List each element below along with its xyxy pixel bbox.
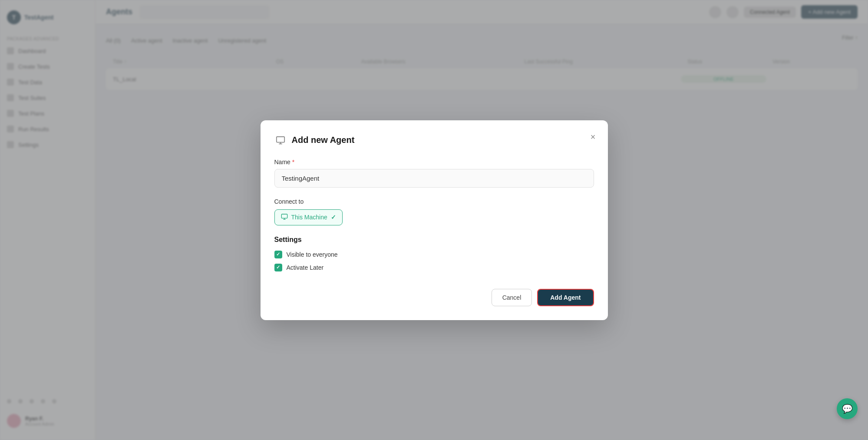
connect-check-icon: ✓ bbox=[331, 214, 336, 221]
monitor-icon bbox=[281, 213, 288, 222]
chat-widget[interactable]: 💬 bbox=[837, 398, 858, 419]
modal-title: Add new Agent bbox=[292, 135, 355, 145]
svg-rect-0 bbox=[276, 136, 284, 142]
settings-section: Settings ✓ Visible to everyone ✓ Activat… bbox=[274, 236, 594, 271]
name-label: Name * bbox=[274, 159, 594, 165]
visible-everyone-row: ✓ Visible to everyone bbox=[274, 251, 594, 258]
svg-rect-3 bbox=[281, 214, 287, 218]
connect-this-machine-option[interactable]: This Machine ✓ bbox=[274, 209, 343, 225]
modal-overlay: Add new Agent × Name * Connect to bbox=[0, 0, 868, 440]
settings-title: Settings bbox=[274, 236, 594, 244]
name-field: Name * bbox=[274, 159, 594, 188]
modal-header: Add new Agent bbox=[274, 134, 594, 146]
activate-later-row: ✓ Activate Later bbox=[274, 264, 594, 271]
modal-header-icon bbox=[274, 134, 287, 146]
add-agent-modal: Add new Agent × Name * Connect to bbox=[261, 120, 608, 320]
name-input[interactable] bbox=[274, 169, 594, 188]
modal-footer: Cancel Add Agent bbox=[274, 285, 594, 306]
modal-close-button[interactable]: × bbox=[589, 131, 597, 143]
connect-to-label: Connect to bbox=[274, 198, 594, 205]
connect-option-label: This Machine bbox=[291, 214, 327, 221]
visible-everyone-label: Visible to everyone bbox=[287, 251, 338, 258]
add-agent-button[interactable]: Add Agent bbox=[537, 289, 594, 306]
check-icon-activate: ✓ bbox=[276, 265, 280, 270]
activate-later-label: Activate Later bbox=[287, 264, 324, 271]
chat-icon: 💬 bbox=[842, 404, 853, 414]
check-icon-visible: ✓ bbox=[276, 251, 280, 257]
required-indicator: * bbox=[292, 159, 294, 165]
cancel-button[interactable]: Cancel bbox=[492, 289, 532, 306]
visible-everyone-checkbox[interactable]: ✓ bbox=[274, 251, 282, 258]
activate-later-checkbox[interactable]: ✓ bbox=[274, 264, 282, 271]
connect-to-field: Connect to This Machine ✓ bbox=[274, 198, 594, 225]
